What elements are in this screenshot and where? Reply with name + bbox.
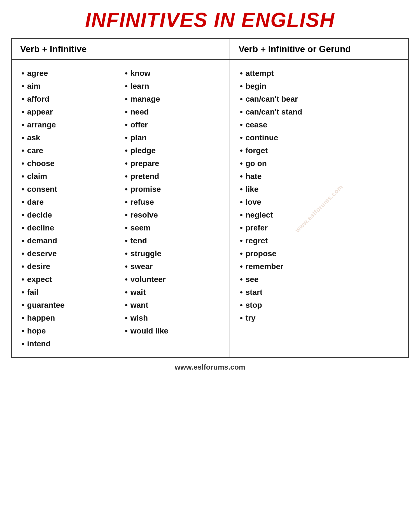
list-item: •go on [240,159,398,168]
bullet: • [125,314,128,323]
word: pledge [130,146,156,155]
word: learn [130,82,149,91]
bullet: • [125,236,128,245]
list-item: •plan [125,133,220,142]
bullet: • [22,301,24,310]
bullet: • [125,262,128,271]
bullet: • [125,146,128,155]
right-cell: www.eslforums.com •attempt•begin•can/can… [230,60,409,358]
bullet: • [22,82,24,91]
word: neglect [246,211,273,220]
col1-header: Verb + Infinitive [11,39,230,60]
page-title: INFINITIVES IN ENGLISH [85,8,335,31]
word: prefer [246,223,268,232]
bullet: • [240,223,243,232]
list-item: •desire [22,262,116,271]
word: agree [27,69,48,78]
list-item: •start [240,288,398,297]
list-item: •begin [240,82,398,91]
word: begin [246,82,267,91]
list-item: •fail [22,288,116,297]
word: prepare [130,159,159,168]
bullet: • [125,326,128,335]
word: desire [27,262,50,271]
list-item: •aim [22,82,116,91]
word: want [130,301,148,310]
list-item: •decline [22,223,116,232]
list-item: •expect [22,275,116,284]
word: plan [130,133,147,142]
word: aim [27,82,41,91]
bullet: • [240,198,243,207]
bullet: • [240,249,243,258]
bullet: • [22,249,24,258]
list-item: •forget [240,146,398,155]
word: cease [246,120,267,129]
list-item: •attempt [240,69,398,78]
word: continue [246,133,278,142]
list-item: •cease [240,120,398,129]
word: regret [246,236,268,245]
bullet: • [125,249,128,258]
list-item: •prefer [240,223,398,232]
bullet: • [22,211,24,220]
bullet: • [22,326,24,335]
list-item: •volunteer [125,275,220,284]
bullet: • [240,120,243,129]
word: propose [246,249,276,258]
list-item: •ask [22,133,116,142]
list-item: •learn [125,82,220,91]
word: stop [246,301,262,310]
list-item: •demand [22,236,116,245]
word: attempt [246,69,274,78]
word: offer [130,120,148,129]
word: pretend [130,172,159,181]
word: like [246,185,259,194]
word: can/can't stand [246,108,302,116]
main-table: Verb + Infinitive Verb + Infinitive or G… [11,38,409,358]
list-item: •would like [125,326,220,335]
bullet: • [22,69,24,78]
word: manage [130,95,160,104]
bullet: • [240,108,243,116]
word: intend [27,339,51,348]
list-item: •happen [22,314,116,323]
list-item: •guarantee [22,301,116,310]
bullet: • [22,288,24,297]
left-column-1: •agree•aim•afford•appear•arrange•ask•car… [17,67,121,350]
word: wish [130,314,148,323]
list-item: •can/can't bear [240,95,398,104]
word: refuse [130,198,154,207]
bullet: • [125,275,128,284]
list-item: •can/can't stand [240,108,398,116]
word: happen [27,314,55,323]
list-item: •arrange [22,120,116,129]
word: dare [27,198,44,207]
word: claim [27,172,47,181]
bullet: • [125,223,128,232]
list-item: •struggle [125,249,220,258]
bullet: • [22,185,24,194]
bullet: • [240,275,243,284]
bullet: • [125,185,128,194]
bullet: • [22,108,24,116]
bullet: • [125,108,128,116]
list-item: •propose [240,249,398,258]
bullet: • [22,133,24,142]
word: swear [130,262,153,271]
word: love [246,198,261,207]
bullet: • [125,288,128,297]
bullet: • [22,95,24,104]
bullet: • [125,133,128,142]
list-item: •know [125,69,220,78]
bullet: • [125,211,128,220]
bullet: • [125,159,128,168]
bullet: • [22,314,24,323]
word: struggle [130,249,161,258]
list-item: •hate [240,172,398,181]
word: resolve [130,211,158,220]
word: consent [27,185,57,194]
bullet: • [240,133,243,142]
word: can/can't bear [246,95,298,104]
list-item: •refuse [125,198,220,207]
